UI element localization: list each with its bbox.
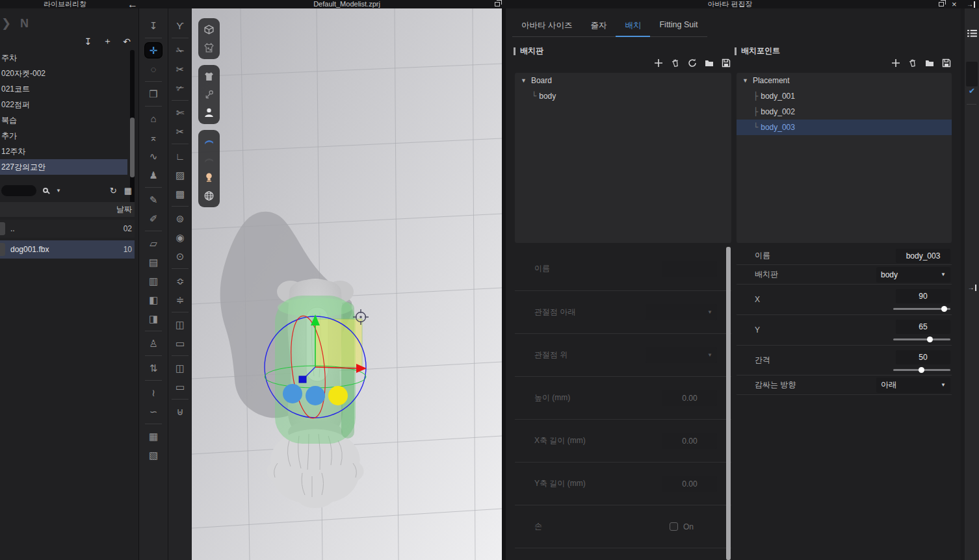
- fold-right-tool[interactable]: ◨: [139, 309, 168, 328]
- board-name-input[interactable]: [662, 261, 717, 277]
- fabric-roll-select-2-tool[interactable]: ◫: [168, 359, 192, 377]
- refresh-icon[interactable]: [687, 58, 698, 68]
- curve-measure-tool[interactable]: ≀: [139, 383, 168, 402]
- cut-sew-tool[interactable]: ✂: [168, 60, 192, 79]
- globe-icon[interactable]: [201, 188, 217, 204]
- tree-item[interactable]: └ body_003: [737, 120, 952, 135]
- avatar-head-icon[interactable]: [201, 170, 217, 186]
- viewport-3d[interactable]: [192, 0, 502, 560]
- fabric-dark-icon[interactable]: [201, 151, 217, 168]
- tool-button[interactable]: [139, 35, 168, 41]
- download-icon[interactable]: ↧: [85, 36, 92, 47]
- refresh-icon[interactable]: ↻: [110, 186, 117, 196]
- library-folder[interactable]: 주차: [0, 50, 127, 66]
- tool-button[interactable]: [168, 141, 192, 147]
- save-icon[interactable]: [941, 58, 952, 68]
- search-icon[interactable]: [43, 188, 48, 193]
- editor-tab[interactable]: 아바타 사이즈: [512, 15, 581, 37]
- y-slider-thumb[interactable]: [927, 337, 933, 342]
- avatar-garment-tool[interactable]: ♙: [139, 334, 168, 353]
- fold-arrangement-tool[interactable]: ▱: [139, 234, 168, 253]
- garment-measure-tool[interactable]: ▦: [139, 427, 168, 446]
- tool-button[interactable]: [168, 353, 192, 359]
- tool-button[interactable]: [139, 185, 168, 190]
- tool-button[interactable]: [168, 309, 192, 315]
- file-table-date-header[interactable]: 날짜: [0, 202, 135, 217]
- tool-button[interactable]: [139, 103, 168, 109]
- add-icon[interactable]: [653, 58, 664, 68]
- editor-close-icon[interactable]: ×: [952, 0, 957, 8]
- zipper-tool[interactable]: ≎: [168, 272, 192, 290]
- x-slider[interactable]: [893, 308, 950, 310]
- object-list-icon[interactable]: [965, 29, 979, 38]
- editor-tab[interactable]: Fitting Suit: [650, 15, 707, 37]
- joint-below-select[interactable]: ▼: [646, 304, 717, 320]
- board-tree-root[interactable]: ▼ Board: [515, 73, 731, 88]
- shirts-tool[interactable]: ▥: [139, 272, 168, 290]
- import-tool[interactable]: ↧: [139, 16, 168, 35]
- board-form-scrollbar[interactable]: [726, 247, 731, 560]
- fold-left-tool[interactable]: ◧: [139, 290, 168, 309]
- fitting-person-tool[interactable]: ♟: [139, 166, 168, 185]
- tree-item[interactable]: ├ body_001: [737, 88, 952, 104]
- panel-expand-mid-icon[interactable]: →: [965, 285, 979, 291]
- flatten-measure-tool[interactable]: ⇅: [139, 359, 168, 377]
- y-value-input[interactable]: 65: [896, 320, 950, 334]
- panel-expand-icon[interactable]: →: [967, 0, 975, 8]
- walk-pose-tool[interactable]: ϒ: [168, 16, 192, 35]
- library-folder[interactable]: 12주차: [0, 144, 127, 159]
- move-tool[interactable]: ✛: [139, 41, 168, 60]
- board-select[interactable]: body▼: [876, 267, 950, 283]
- editor-tab[interactable]: 줄자: [581, 15, 616, 37]
- button-loop-tool[interactable]: ⊙: [168, 247, 192, 266]
- library-folder[interactable]: 020자켓-002: [0, 66, 127, 81]
- wrap-direction-select[interactable]: 아래▼: [876, 377, 950, 393]
- fabric-blue-icon[interactable]: [201, 133, 217, 149]
- tree-item[interactable]: ├ body_002: [737, 104, 952, 120]
- collapsed-panel-button[interactable]: [966, 62, 978, 86]
- placement-points[interactable]: [283, 384, 348, 405]
- trace-tool[interactable]: ✄: [168, 103, 192, 122]
- caret-down-icon[interactable]: ▼: [521, 77, 527, 84]
- delete-icon[interactable]: [907, 58, 918, 68]
- open-folder-icon[interactable]: [704, 58, 714, 68]
- gap-slider[interactable]: [893, 369, 950, 371]
- cut-tool[interactable]: ✃: [168, 79, 192, 97]
- library-collapse-arrow-icon[interactable]: ←: [127, 0, 138, 8]
- tool-button[interactable]: [168, 396, 192, 402]
- delete-icon[interactable]: [670, 58, 681, 68]
- save-icon[interactable]: [721, 58, 731, 68]
- zipper-2-tool[interactable]: ≑: [168, 290, 192, 309]
- texture-checker-tool[interactable]: ▩: [168, 185, 192, 203]
- fabric-roll-2-tool[interactable]: ▭: [168, 377, 192, 396]
- segment-sewing-tool[interactable]: ⌅: [139, 128, 168, 147]
- tool-button[interactable]: [139, 228, 168, 234]
- remesh-tool[interactable]: ✂: [168, 122, 192, 141]
- library-folder[interactable]: 복습: [0, 112, 127, 128]
- tool-button[interactable]: [139, 353, 168, 359]
- gap-value-input[interactable]: 50: [896, 350, 950, 364]
- button-tool[interactable]: ◉: [168, 228, 192, 247]
- tool-button[interactable]: [139, 377, 168, 383]
- shoes-tool[interactable]: ∟: [168, 147, 192, 166]
- library-folder[interactable]: 022점퍼: [0, 97, 127, 112]
- y-length-input[interactable]: 0.00: [662, 476, 717, 492]
- tool-button[interactable]: [168, 203, 192, 209]
- add-icon[interactable]: [891, 58, 901, 68]
- fabric-roll-select-tool[interactable]: ◫: [168, 315, 192, 334]
- search-options-caret-icon[interactable]: ▼: [56, 188, 61, 194]
- tool-button[interactable]: [139, 328, 168, 334]
- library-folder[interactable]: 추가: [0, 128, 127, 144]
- undo-icon[interactable]: ↶: [123, 36, 131, 47]
- joint-above-select[interactable]: ▼: [646, 347, 717, 363]
- garment-icon[interactable]: [201, 68, 217, 84]
- tack-tool[interactable]: ✐: [139, 209, 168, 228]
- jacket-tool[interactable]: ▤: [139, 253, 168, 272]
- y-slider[interactable]: [893, 338, 950, 340]
- grid-view-icon[interactable]: ▦: [124, 186, 132, 196]
- tool-button[interactable]: [139, 79, 168, 84]
- pin-tool[interactable]: ✎: [139, 190, 168, 209]
- free-sewing-tool[interactable]: ∿: [139, 147, 168, 166]
- caret-down-icon[interactable]: ▼: [742, 77, 748, 84]
- library-folder[interactable]: 227강의교안: [0, 159, 127, 175]
